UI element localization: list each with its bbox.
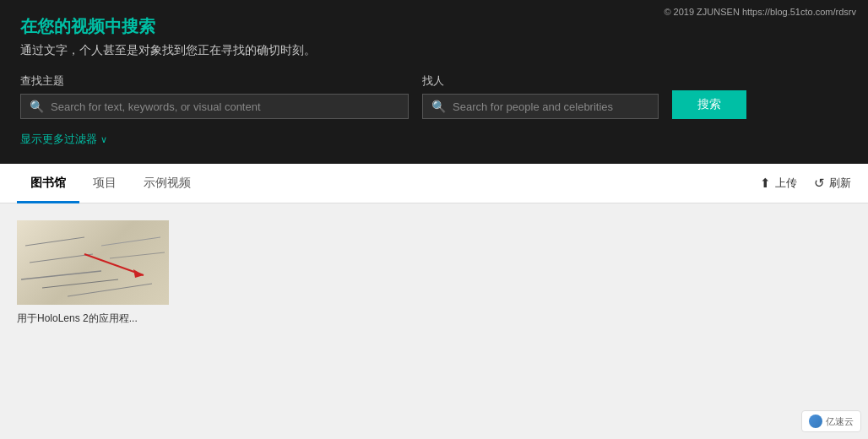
copyright-text: © 2019 ZJUNSEN https://blog.51cto.com/rd… [664,7,856,17]
person-search-icon: 🔍 [431,100,446,113]
tab-projects[interactable]: 项目 [79,164,130,203]
topic-input[interactable] [51,100,399,113]
watermark-text: 亿速云 [826,415,854,428]
tabs-bar: 图书馆 项目 示例视频 ⬆ 上传 ↺ 刷新 [0,164,868,203]
tabs-right-actions: ⬆ 上传 ↺ 刷新 [760,176,851,191]
people-input-wrapper: 🔍 [422,94,659,119]
refresh-button[interactable]: ↺ 刷新 [814,176,851,191]
people-search-group: 找人 🔍 [422,73,659,119]
svg-line-2 [21,271,101,279]
show-more-filters-link[interactable]: 显示更多过滤器 ∨ [20,132,107,147]
content-area: 用于HoloLens 2的应用程... [0,203,868,372]
header-section: © 2019 ZJUNSEN https://blog.51cto.com/rd… [0,0,868,164]
search-button[interactable]: 搜索 [672,90,746,119]
page-subtitle: 通过文字，个人甚至是对象找到您正在寻找的确切时刻。 [20,43,848,58]
svg-line-6 [110,252,165,258]
video-thumbnail [17,220,169,305]
cloud-icon [809,415,822,428]
svg-marker-8 [133,269,144,278]
people-label: 找人 [422,73,659,89]
chevron-down-icon: ∨ [100,134,107,145]
upload-label: 上传 [775,176,797,191]
topic-input-wrapper: 🔍 [20,94,409,119]
thumb-sketch [17,220,169,305]
upload-button[interactable]: ⬆ 上传 [760,176,797,191]
watermark: 亿速云 [801,410,861,432]
people-input[interactable] [453,100,649,113]
filter-label: 显示更多过滤器 [20,132,97,147]
thumb-content [17,220,169,305]
search-row: 查找主题 🔍 找人 🔍 搜索 [20,73,848,119]
tab-sample-videos[interactable]: 示例视频 [130,164,204,203]
svg-line-0 [25,237,84,246]
page-title: 在您的视频中搜索 [20,15,848,38]
svg-line-1 [30,254,93,263]
bottom-section: 图书馆 项目 示例视频 ⬆ 上传 ↺ 刷新 [0,164,868,372]
topic-search-group: 查找主题 🔍 [20,73,409,119]
tab-library[interactable]: 图书馆 [17,164,79,203]
refresh-label: 刷新 [829,176,851,191]
video-card[interactable]: 用于HoloLens 2的应用程... [17,220,169,326]
upload-icon: ⬆ [760,176,771,191]
video-title: 用于HoloLens 2的应用程... [17,312,169,326]
svg-line-5 [101,237,160,246]
refresh-icon: ↺ [814,176,825,191]
svg-line-3 [42,279,118,288]
filter-row: 显示更多过滤器 ∨ [20,131,848,147]
search-icon: 🔍 [30,100,44,113]
svg-line-4 [68,284,152,296]
topic-label: 查找主题 [20,73,409,89]
